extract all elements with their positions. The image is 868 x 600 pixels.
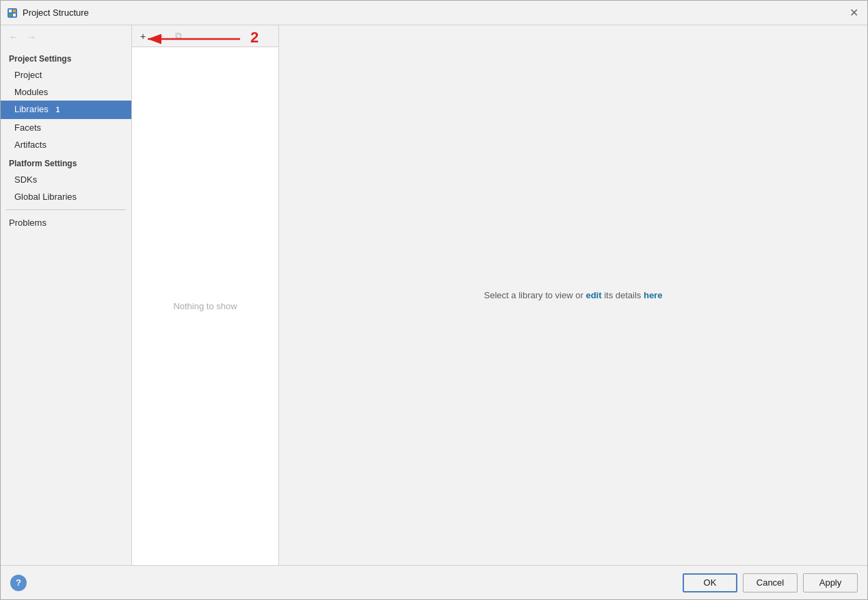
sidebar-item-sdks[interactable]: SDKs (1, 171, 131, 188)
project-structure-dialog: Project Structure ✕ ← → Project Settings… (0, 0, 868, 600)
back-button[interactable]: ← (6, 29, 21, 44)
forward-button[interactable]: → (24, 29, 39, 44)
sidebar-divider (6, 209, 126, 210)
sidebar-item-artifacts[interactable]: Artifacts (1, 136, 131, 153)
remove-library-button[interactable]: − (153, 28, 169, 44)
close-button[interactable]: ✕ (845, 5, 862, 21)
svg-rect-4 (13, 14, 16, 16)
apply-button[interactable]: Apply (803, 573, 858, 592)
sidebar-item-facets[interactable]: Facets (1, 119, 131, 136)
add-library-button[interactable]: + (135, 28, 151, 44)
sidebar: ← → Project Settings Project Modules Lib… (1, 25, 132, 565)
window-title: Project Structure (23, 8, 89, 18)
bottom-bar: ? OK Cancel Apply (1, 565, 867, 599)
app-icon (6, 7, 18, 19)
help-button[interactable]: ? (10, 575, 27, 591)
project-settings-section: Project Settings (1, 49, 131, 66)
svg-rect-1 (9, 10, 12, 12)
detail-panel: Select a library to view or edit its det… (279, 25, 867, 565)
svg-rect-3 (9, 14, 12, 16)
nav-buttons: ← → (1, 25, 131, 49)
sidebar-item-global-libraries[interactable]: Global Libraries (1, 188, 131, 205)
title-bar-left: Project Structure (6, 7, 89, 19)
ok-button[interactable]: OK (683, 573, 737, 592)
platform-settings-section: Platform Settings (1, 153, 131, 171)
action-buttons: OK Cancel Apply (683, 573, 858, 592)
sidebar-item-project[interactable]: Project (1, 66, 131, 83)
main-content: ← → Project Settings Project Modules Lib… (1, 25, 867, 565)
title-bar: Project Structure ✕ (1, 1, 867, 25)
sidebar-item-modules[interactable]: Modules (1, 83, 131, 101)
cancel-button[interactable]: Cancel (743, 573, 798, 592)
sidebar-item-problems[interactable]: Problems (1, 214, 131, 231)
sidebar-item-libraries[interactable]: Libraries 1 (1, 101, 131, 119)
list-toolbar: + − ⧉ (132, 25, 278, 47)
svg-rect-2 (13, 10, 16, 12)
nothing-to-show-label: Nothing to show (173, 301, 237, 311)
copy-library-button[interactable]: ⧉ (170, 28, 187, 44)
right-area: + − ⧉ Nothing to show Select a library t… (132, 25, 867, 565)
list-panel: + − ⧉ Nothing to show (132, 25, 279, 565)
library-list: Nothing to show (132, 47, 278, 565)
detail-hint: Select a library to view or edit its det… (484, 290, 663, 300)
libraries-badge: 1 (52, 105, 63, 116)
